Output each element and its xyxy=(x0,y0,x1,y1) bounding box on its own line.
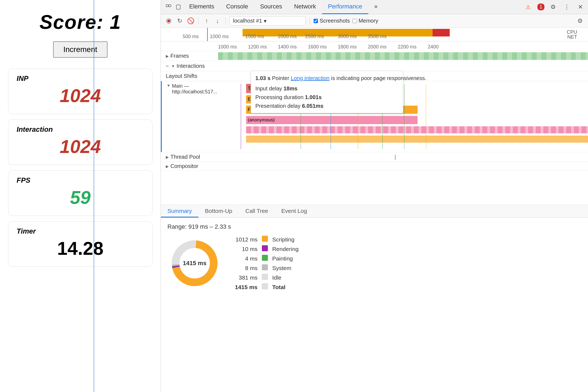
scripting-ms: 1012 ms xyxy=(233,235,260,244)
clear-icon[interactable]: 🚫 xyxy=(186,17,195,25)
tooltip-input-delay: Input delay 18ms xyxy=(255,84,399,93)
frames-arrow[interactable]: ▶ xyxy=(166,54,169,58)
url-bar[interactable]: localhost #1 ▾ xyxy=(229,16,306,26)
device-icon[interactable] xyxy=(173,2,183,12)
tab-more[interactable]: » xyxy=(368,0,384,14)
interaction-card: Interaction 1024 xyxy=(8,120,152,165)
tab-network[interactable]: Network xyxy=(288,0,322,14)
donut-center: 1415 ms xyxy=(183,260,207,267)
legend-table: 1012 ms Scripting 10 ms Rendering 4 ms P… xyxy=(233,235,301,292)
tab-event-log[interactable]: Event Log xyxy=(275,205,314,218)
rendering-color xyxy=(262,245,268,251)
capture-settings-icon[interactable]: ⚙ xyxy=(576,17,584,25)
tab-summary[interactable]: Summary xyxy=(161,205,198,218)
timer-card: Timer 14.28 xyxy=(8,221,152,267)
painting-color-cell xyxy=(260,254,270,263)
rendering-label: Rendering xyxy=(270,244,301,254)
ruler-500ms: 500 ms xyxy=(183,34,199,39)
rendering-color-cell xyxy=(260,244,270,254)
legend-row-idle: 381 ms Idle xyxy=(233,273,301,282)
frames-bar xyxy=(218,52,588,60)
r-1600: 1600 ms xyxy=(308,44,327,50)
tab-elements[interactable]: Elements xyxy=(183,0,220,14)
presentation-label: Presentation delay xyxy=(255,103,301,109)
input-delay-value: 18ms xyxy=(283,85,297,91)
processing-value: 1.001s xyxy=(305,94,321,100)
record-icon[interactable] xyxy=(165,17,173,25)
inp-label: INP xyxy=(17,74,144,83)
devtools-panel: Elements Console Sources Network Perform… xyxy=(161,0,588,392)
ruler-3000ms: 3000 ms xyxy=(338,34,357,39)
score-title: Score: 1 xyxy=(39,11,121,33)
more-icon[interactable]: ⋮ xyxy=(562,2,572,12)
label-spacer xyxy=(161,41,218,51)
thread-pool-content xyxy=(218,152,588,162)
ruler-1500ms: 1500 ms xyxy=(245,34,264,39)
r-1800: 1800 ms xyxy=(338,44,357,50)
legend-row-painting: 4 ms Painting xyxy=(233,254,301,263)
tooltip-link[interactable]: Long interaction xyxy=(291,75,329,81)
ruler-content: 1000 ms 1200 ms 1400 ms 1600 ms 1800 ms … xyxy=(218,41,588,51)
input-delay-label: Input delay xyxy=(255,85,282,91)
legend-row-scripting: 1012 ms Scripting xyxy=(233,235,301,244)
ruler-3500ms: 3500 ms xyxy=(368,34,387,39)
interactions-arrow[interactable]: ▼ xyxy=(171,64,175,68)
tab-console[interactable]: Console xyxy=(220,0,254,14)
memory-checkbox-row: Memory xyxy=(353,18,378,24)
memory-label: Memory xyxy=(359,18,378,24)
inp-card: INP 1024 xyxy=(8,69,152,114)
r-2400: 2400 xyxy=(428,44,439,50)
cursor-icon[interactable] xyxy=(164,2,173,12)
layout-shifts-label: Layout Shifts xyxy=(161,71,218,81)
interaction-value: 1024 xyxy=(17,136,144,157)
anonymous-label: (anonymous) xyxy=(248,117,275,123)
main-label: ▼ Main — http://localhost:517... xyxy=(162,81,219,152)
legend-row-rendering: 10 ms Rendering xyxy=(233,244,301,254)
svg-point-4 xyxy=(167,20,170,22)
screenshots-label: Screenshots xyxy=(320,18,350,24)
r-1200: 1200 ms xyxy=(248,44,267,50)
tooltip-presentation: Presentation delay 6.051ms xyxy=(255,102,399,110)
timeline-content: 1000 ms 1200 ms 1400 ms 1600 ms 1800 ms … xyxy=(161,41,588,205)
donut-chart: 1415 ms xyxy=(167,236,222,290)
v-line-purple xyxy=(241,84,241,149)
total-color-cell xyxy=(260,282,270,292)
idle-ms: 381 ms xyxy=(233,273,260,282)
download-icon[interactable]: ↓ xyxy=(213,17,222,25)
idle-color-cell xyxy=(260,273,270,282)
svg-rect-1 xyxy=(169,5,171,7)
timer-label: Timer xyxy=(17,227,144,235)
compositor-arrow[interactable]: ▶ xyxy=(166,164,169,169)
close-icon[interactable]: ✕ xyxy=(575,2,585,12)
summary-content: 1415 ms 1012 ms Scripting 10 ms Renderin… xyxy=(167,235,581,292)
secondary-ruler: 1000 ms 1200 ms 1400 ms 1600 ms 1800 ms … xyxy=(161,41,588,51)
tab-bottom-up[interactable]: Bottom-Up xyxy=(198,205,239,218)
svg-rect-2 xyxy=(176,5,180,9)
tab-performance[interactable]: Performance xyxy=(322,0,368,14)
devtools-tab-bar: Elements Console Sources Network Perform… xyxy=(161,0,588,14)
url-dropdown-icon[interactable]: ▾ xyxy=(264,18,267,24)
tab-sources[interactable]: Sources xyxy=(254,0,288,14)
total-label: Total xyxy=(270,282,301,292)
warning-icon[interactable]: ⚠ xyxy=(523,2,533,12)
pink-bars xyxy=(246,126,588,133)
main-arrow[interactable]: ▼ xyxy=(167,83,170,88)
scripting-color-cell xyxy=(260,235,270,244)
thread-pool-track: ▶ Thread Pool xyxy=(161,152,588,162)
devtools-icons-right: ⚠ 1 ⚙ ⋮ ✕ xyxy=(523,2,585,12)
settings-icon[interactable]: ⚙ xyxy=(548,2,558,12)
screenshots-checkbox[interactable] xyxy=(314,19,318,23)
anonymous-bar[interactable]: (anonymous) xyxy=(246,116,418,124)
thread-pool-marker xyxy=(395,155,396,160)
main-text: Main — http://localhost:517... xyxy=(172,83,219,95)
summary-panel: Range: 919 ms – 2.33 s xyxy=(161,218,588,392)
refresh-icon[interactable]: ↻ xyxy=(176,17,184,25)
tab-call-tree[interactable]: Call Tree xyxy=(239,205,275,218)
bottom-tab-bar: Summary Bottom-Up Call Tree Event Log xyxy=(161,205,588,218)
thread-pool-arrow[interactable]: ▶ xyxy=(166,155,169,159)
increment-button[interactable]: Increment xyxy=(53,41,108,58)
memory-checkbox[interactable] xyxy=(353,19,357,23)
fps-label: FPS xyxy=(17,176,144,185)
interactions-section: ✏ ▼ Interactions ▶ Pointer 1.03 s xyxy=(161,61,588,71)
upload-icon[interactable]: ↑ xyxy=(203,17,211,25)
